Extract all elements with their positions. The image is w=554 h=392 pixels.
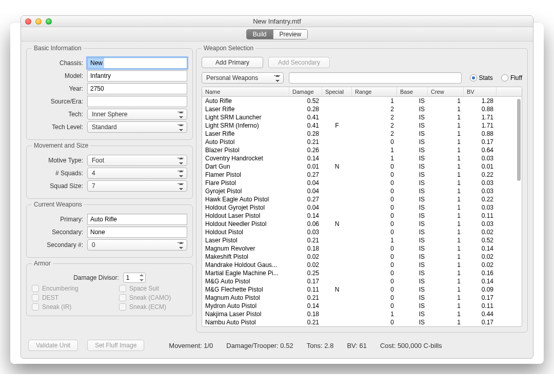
legend-movement: Movement and Size [32,142,90,149]
app-window: New Infantry.mtf Build Preview Basic Inf… [21,15,533,359]
table-row[interactable]: Holdout Laser Pistol0.140IS10.11 [202,212,522,220]
motive-type-label: Motive Type: [32,157,87,164]
encumbering-checkbox[interactable]: Encumbering [32,285,98,292]
table-row[interactable]: Laser Rifle0.282IS10.88 [202,105,522,113]
model-input[interactable] [87,70,187,81]
scrollbar-thumb[interactable] [517,99,521,181]
table-row[interactable]: M&G Auto Pistol0.170IS10.14 [202,277,522,285]
table-row[interactable]: Laser Rifle0.282IS10.88 [202,130,522,138]
group-weapon-selection: Weapon Selection Add Primary Add Seconda… [196,45,528,333]
chevron-updown-icon [179,111,184,119]
group-movement-size: Movement and Size Motive Type: Foot # Sq… [26,142,193,199]
tech-select[interactable]: Inner Sphere [87,109,187,120]
window-title: New Infantry.mtf [21,17,533,25]
damage-divisor-label: Damage Divisor: [73,274,123,281]
tab-preview[interactable]: Preview [273,30,308,39]
tab-build[interactable]: Build [247,30,273,39]
table-row[interactable]: Light SRM (Inferno)0.41F2IS11.71 [202,121,522,130]
table-row[interactable]: M&G Flechette Pistol0.11N0IS10.09 [202,285,522,294]
table-row[interactable]: Coventry Handrocket0.141IS10.03 [202,154,522,162]
table-row[interactable]: Laser Pistol0.211IS10.52 [202,236,522,244]
table-row[interactable]: Nambu Auto Pistol0.210IS10.17 [202,318,522,326]
table-row[interactable]: Martial Eagle Machine Pi...0.250IS10.16 [202,269,522,277]
source-era-input[interactable] [87,96,187,107]
group-current-weapons: Current Weapons Primary: Secondary: Seco… [26,201,193,258]
secondary-num-label: Secondary #: [32,241,87,249]
col-name[interactable]: Name [202,87,289,96]
table-row[interactable]: Holdout Needler Pistol0.06N0IS10.03 [202,220,522,228]
col-crew[interactable]: Crew [428,87,464,96]
secondary-weapon-input[interactable] [87,226,187,238]
col-bv[interactable]: BV [464,87,497,96]
chevron-updown-icon [179,123,184,132]
tech-level-select[interactable]: Standard [87,121,187,133]
validate-unit-button[interactable]: Validate Unit [28,340,78,351]
chevron-updown-icon [179,182,184,191]
table-row[interactable]: Holdout Pistol0.030IS10.02 [202,228,522,236]
weapon-category-select[interactable]: Personal Weapons [202,72,284,84]
primary-weapon-input[interactable] [87,214,187,225]
chassis-input[interactable] [87,57,187,69]
stat-cost: Cost: 500,000 C-bills [380,342,442,349]
col-special[interactable]: Special [322,87,352,96]
tab-bar: Build Preview [21,27,533,42]
weapon-search-input[interactable] [289,72,462,84]
table-row[interactable]: Mandrake Holdout Gaus...0.020IS10.02 [202,261,522,269]
chevron-updown-icon [275,74,280,82]
stat-bv: BV: 61 [347,342,367,349]
table-row[interactable]: Auto Rifle0.521IS11.28 [202,97,522,105]
fluff-radio[interactable]: Fluff [501,74,522,81]
table-row[interactable]: Mydron Auto Pistol0.140IS10.11 [202,302,522,310]
sneak-camo-checkbox[interactable]: Sneak (CAMO) [119,294,186,301]
squad-size-select[interactable]: 7 [87,180,187,192]
col-base[interactable]: Base [397,87,428,96]
table-row[interactable]: Blazer Pistol0.261IS10.64 [202,146,522,154]
table-row[interactable]: Hawk Eagle Auto Pistol0.270IS10.22 [202,195,522,203]
legend-armor: Armor [32,260,53,267]
stats-radio[interactable]: Stats [470,74,493,81]
table-body[interactable]: Auto Rifle0.521IS11.28Laser Rifle0.282IS… [202,97,522,326]
titlebar: New Infantry.mtf [21,16,533,27]
stat-movement: Movement: 1/0 [169,342,213,349]
secondary-label: Secondary: [32,229,87,236]
sneak-ir-checkbox[interactable]: Sneak (IR) [32,303,98,311]
space-suit-checkbox[interactable]: Space Suit [119,285,186,292]
table-header[interactable]: Name Damage Special Range Base Crew BV [202,87,522,97]
group-basic-information: Basic Information Chassis: Model: Year: [26,45,193,140]
table-row[interactable]: Gyrojet Pistol0.040IS10.03 [202,187,522,195]
table-row[interactable]: Makeshift Pistol0.020IS10.02 [202,253,522,261]
dest-checkbox[interactable]: DEST [32,294,98,301]
add-primary-button[interactable]: Add Primary [202,57,263,68]
stat-tons: Tons: 2.8 [307,342,334,349]
table-row[interactable]: Auto Pistol0.210IS10.17 [202,138,522,146]
stepper-icon [139,274,144,282]
chassis-label: Chassis: [32,59,87,67]
motive-type-select[interactable]: Foot [87,155,187,166]
weapons-table: Name Damage Special Range Base Crew BV A… [202,87,522,327]
legend-current-weapons: Current Weapons [32,201,84,208]
sneak-ecm-checkbox[interactable]: Sneak (ECM) [119,303,186,311]
table-row[interactable]: Light SRM Launcher0.412IS11.71 [202,113,522,121]
table-row[interactable]: Flamer Pistol0.270IS10.22 [202,171,522,179]
add-secondary-button[interactable]: Add Secondary [268,57,330,68]
set-fluff-image-button[interactable]: Set Fluff Image [87,340,144,351]
table-row[interactable]: Flare Pistol0.040IS10.03 [202,179,522,187]
chevron-updown-icon [179,241,184,250]
secondary-num-select[interactable]: 0 [87,239,187,251]
tech-level-label: Tech Level: [32,123,87,131]
damage-divisor-stepper[interactable]: 1 [123,273,146,283]
col-damage[interactable]: Damage [289,87,322,96]
chevron-updown-icon [179,170,184,178]
col-range[interactable]: Range [352,87,397,96]
table-row[interactable]: Nakjima Laser Pistol0.181IS10.44 [202,310,522,318]
year-input[interactable] [87,83,187,94]
num-squads-select[interactable]: 4 [87,168,187,179]
chevron-updown-icon [179,157,184,165]
table-row[interactable]: Magnum Auto Pistol0.210IS10.17 [202,294,522,302]
num-squads-label: # Squads: [32,170,87,177]
table-row[interactable]: Dart Gun0.01N0IS10.01 [202,162,522,171]
legend-weapons: Weapon Selection [202,45,255,52]
table-row[interactable]: Magnum Revolver0.180IS10.14 [202,244,522,253]
table-row[interactable]: Holdout Gyrojet Pistol0.040IS10.03 [202,203,522,212]
squad-size-label: Squad Size: [32,182,87,190]
